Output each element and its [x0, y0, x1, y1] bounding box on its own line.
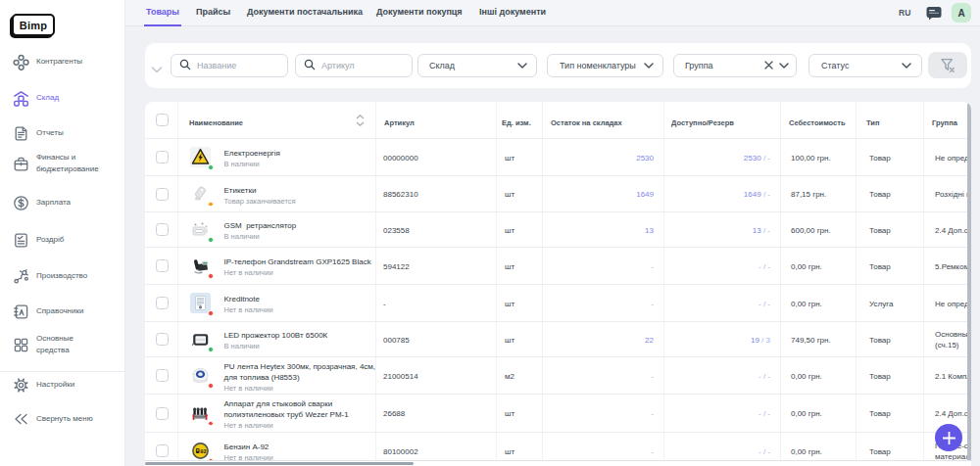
svg-text:92: 92: [200, 448, 206, 454]
